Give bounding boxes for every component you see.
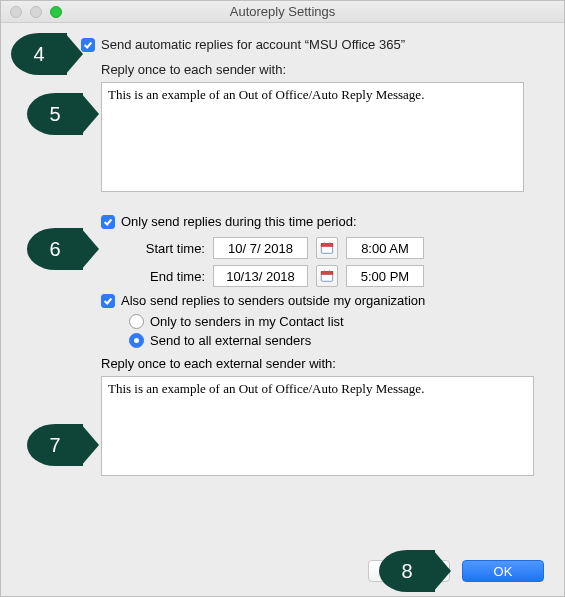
enable-autoreply-checkbox[interactable] — [81, 38, 95, 52]
time-period-label: Only send replies during this time perio… — [121, 214, 357, 229]
end-time-field[interactable]: 5:00 PM — [346, 265, 424, 287]
radio-all-label: Send to all external senders — [150, 333, 311, 348]
enable-autoreply-row[interactable]: Send automatic replies for account “MSU … — [81, 37, 534, 52]
titlebar: Autoreply Settings — [1, 1, 564, 23]
end-date-calendar-button[interactable] — [316, 265, 338, 287]
radio-all[interactable] — [129, 333, 144, 348]
enable-autoreply-label: Send automatic replies for account “MSU … — [101, 37, 405, 52]
external-reply-textarea[interactable] — [101, 376, 534, 476]
radio-all-row[interactable]: Send to all external senders — [129, 333, 534, 348]
radio-contacts[interactable] — [129, 314, 144, 329]
end-time-label: End time: — [123, 269, 205, 284]
svg-rect-1 — [321, 244, 332, 247]
start-time-label: Start time: — [123, 241, 205, 256]
external-reply-label: Reply once to each external sender with: — [101, 356, 534, 371]
window-title: Autoreply Settings — [1, 4, 564, 19]
start-date-calendar-button[interactable] — [316, 237, 338, 259]
internal-reply-textarea[interactable] — [101, 82, 524, 192]
ok-button[interactable]: OK — [462, 560, 544, 582]
radio-contacts-row[interactable]: Only to senders in my Contact list — [129, 314, 534, 329]
window-controls — [1, 6, 62, 18]
minimize-dot[interactable] — [30, 6, 42, 18]
cancel-button[interactable]: Cancel — [368, 560, 450, 582]
time-period-row[interactable]: Only send replies during this time perio… — [101, 214, 534, 229]
external-senders-row[interactable]: Also send replies to senders outside my … — [101, 293, 534, 308]
start-time-field[interactable]: 8:00 AM — [346, 237, 424, 259]
calendar-icon — [320, 241, 334, 255]
close-dot[interactable] — [10, 6, 22, 18]
external-senders-checkbox[interactable] — [101, 294, 115, 308]
internal-reply-label: Reply once to each sender with: — [101, 62, 524, 77]
svg-rect-5 — [321, 272, 332, 275]
calendar-icon — [320, 269, 334, 283]
time-period-checkbox[interactable] — [101, 215, 115, 229]
start-date-field[interactable]: 10/ 7/ 2018 — [213, 237, 308, 259]
external-senders-label: Also send replies to senders outside my … — [121, 293, 425, 308]
radio-contacts-label: Only to senders in my Contact list — [150, 314, 344, 329]
end-date-field[interactable]: 10/13/ 2018 — [213, 265, 308, 287]
zoom-dot[interactable] — [50, 6, 62, 18]
